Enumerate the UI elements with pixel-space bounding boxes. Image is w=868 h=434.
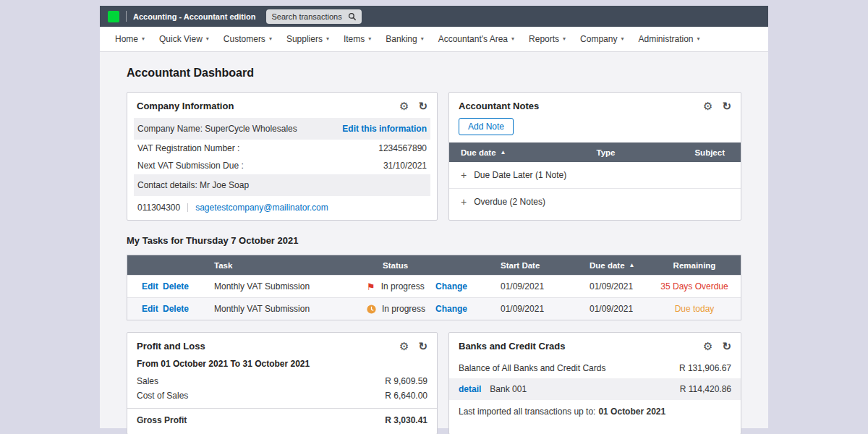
profit-and-loss-card: Profit and Loss ⚙ ↻ From 01 October 2021…	[127, 332, 438, 434]
nav-item-suppliers[interactable]: Suppliers▾	[286, 34, 329, 44]
settings-gear-icon[interactable]: ⚙	[703, 341, 712, 352]
search-input[interactable]	[271, 12, 345, 21]
vat-number-row: VAT Registration Number : 1234567890	[134, 140, 430, 157]
task-edit-link[interactable]: Edit	[127, 281, 161, 292]
pl-value: R 9,609.59	[385, 376, 427, 386]
nav-label: Company	[580, 34, 617, 44]
card-header: Accountant Notes ⚙ ↻	[449, 93, 741, 118]
settings-gear-icon[interactable]: ⚙	[399, 101, 409, 111]
phone-number: 011304300	[137, 203, 180, 213]
notes-group-due-later[interactable]: + Due Date Later (1 Note)	[449, 162, 741, 189]
task-start-date: 01/09/2021	[496, 304, 579, 314]
card-header: Banks and Credit Crads ⚙ ↻	[449, 333, 741, 358]
settings-gear-icon[interactable]: ⚙	[399, 341, 409, 352]
chevron-down-icon: ▾	[142, 36, 145, 42]
notes-header-subject: Subject	[654, 148, 741, 157]
task-delete-link[interactable]: Delete	[161, 281, 208, 292]
task-name: Monthly VAT Submission	[208, 304, 363, 314]
card-header: Company Information ⚙ ↻	[127, 93, 437, 118]
top-bar: Accounting - Accountant edition	[100, 6, 768, 27]
nav-item-quick-view[interactable]: Quick View▾	[159, 34, 209, 44]
task-status: ⚑ In progress	[363, 281, 431, 292]
task-change-status-link[interactable]: Change	[431, 304, 496, 314]
refresh-icon[interactable]: ↻	[418, 341, 427, 352]
nav-item-company[interactable]: Company▾	[580, 34, 624, 44]
nav-label: Reports	[529, 34, 559, 44]
nav-item-banking[interactable]: Banking▾	[386, 34, 423, 44]
expand-plus-icon[interactable]: +	[461, 170, 467, 180]
nav-item-reports[interactable]: Reports▾	[529, 34, 566, 44]
email-link[interactable]: sagetestcompany@mailinator.com	[195, 203, 328, 213]
tasks-table: Task Status Start Date Due date ▲ Remain…	[127, 255, 741, 320]
tasks-sort-due-date[interactable]: Due date ▲	[579, 261, 648, 270]
bottom-cards-row: Profit and Loss ⚙ ↻ From 01 October 2021…	[127, 332, 741, 434]
banks-balance-row: Balance of All Banks and Credit Cards R …	[449, 358, 741, 378]
note-group-label: Due Date Later (1 Note)	[474, 170, 566, 180]
tasks-header-remaining: Remaining	[648, 261, 741, 270]
clock-icon	[367, 305, 376, 314]
phone-email-row: 011304300 sagetestcompany@mailinator.com	[134, 196, 430, 220]
task-name: Monthly VAT Submission	[208, 281, 363, 292]
nav-label: Banking	[386, 34, 417, 44]
notes-group-overdue[interactable]: + Overdue (2 Notes)	[449, 189, 741, 215]
card-icons: ⚙ ↻	[703, 101, 731, 111]
banks-and-credit-cards-card: Banks and Credit Crads ⚙ ↻ Balance of Al…	[448, 332, 741, 434]
tasks-section-title: My Tasks for Thursday 7 October 2021	[127, 235, 741, 246]
refresh-icon[interactable]: ↻	[722, 101, 731, 111]
main-nav: Home▾ Quick View▾ Customers▾ Suppliers▾ …	[100, 27, 768, 52]
search-box[interactable]	[266, 9, 362, 24]
bank-detail-link[interactable]: detail	[459, 384, 481, 394]
sort-asc-icon: ▲	[629, 263, 635, 268]
company-name-row: Company Name: SuperCycle Wholesales Edit…	[134, 118, 430, 140]
nav-item-home[interactable]: Home▾	[115, 34, 145, 44]
topbar-divider	[126, 11, 127, 22]
accountant-notes-title: Accountant Notes	[459, 101, 539, 111]
task-delete-link[interactable]: Delete	[161, 304, 208, 314]
task-row: Edit Delete Monthly VAT Submission In pr…	[127, 297, 741, 320]
pl-row-gross-profit: Gross Profit R 3,030.41	[127, 408, 437, 425]
company-name: Company Name: SuperCycle Wholesales	[137, 124, 297, 134]
refresh-icon[interactable]: ↻	[722, 341, 731, 352]
task-start-date: 01/09/2021	[496, 281, 579, 292]
chevron-down-icon: ▾	[563, 36, 566, 42]
nav-item-administration[interactable]: Administration▾	[638, 34, 699, 44]
vat-number-label: VAT Registration Number :	[137, 143, 239, 153]
note-group-label: Overdue (2 Notes)	[474, 197, 545, 207]
card-icons: ⚙ ↻	[399, 101, 427, 111]
task-due-date: 01/09/2021	[579, 304, 648, 314]
chevron-down-icon: ▾	[326, 36, 329, 42]
add-note-button[interactable]: Add Note	[459, 118, 514, 135]
nav-item-customers[interactable]: Customers▾	[224, 34, 272, 44]
task-edit-link[interactable]: Edit	[127, 304, 161, 314]
task-due-date: 01/09/2021	[579, 281, 648, 292]
profit-and-loss-body: From 01 October 2021 To 31 October 2021 …	[127, 358, 437, 434]
tasks-header-due-date: Due date	[590, 261, 625, 270]
edit-company-info-link[interactable]: Edit this information	[342, 124, 427, 134]
page-title: Accountant Dashboard	[127, 67, 741, 80]
refresh-icon[interactable]: ↻	[418, 101, 427, 111]
chevron-down-icon: ▾	[697, 36, 700, 42]
pl-total-value: R 3,030.41	[385, 415, 427, 425]
dashboard-content: Accountant Dashboard Company Information…	[100, 52, 768, 434]
nav-item-accountants-area[interactable]: Accountant's Area▾	[438, 34, 514, 44]
next-vat-value: 31/10/2021	[383, 161, 427, 171]
divider	[187, 203, 188, 212]
pl-value: R 6,640.00	[385, 391, 427, 401]
card-header: Profit and Loss ⚙ ↻	[127, 333, 437, 358]
banks-balance-label: Balance of All Banks and Credit Cards	[459, 363, 605, 373]
app-title: Accounting - Accountant edition	[133, 12, 255, 21]
search-icon[interactable]	[348, 12, 357, 21]
app-logo	[108, 11, 119, 22]
expand-plus-icon[interactable]: +	[461, 197, 467, 207]
app-window: Accounting - Accountant edition Home▾ Qu…	[100, 6, 768, 428]
flag-icon: ⚑	[367, 282, 375, 292]
task-status-label: In progress	[382, 304, 425, 314]
task-change-status-link[interactable]: Change	[431, 281, 496, 292]
next-vat-row: Next VAT Submission Due : 31/10/2021	[134, 157, 430, 174]
settings-gear-icon[interactable]: ⚙	[703, 101, 712, 111]
pl-row-cost-of-sales: Cost of Sales R 6,640.00	[137, 388, 427, 403]
bank-account-row: detail Bank 001 R 114,420.86	[449, 378, 741, 400]
notes-sort-due-date[interactable]: Due date ▲	[449, 148, 558, 157]
nav-item-items[interactable]: Items▾	[344, 34, 371, 44]
nav-label: Items	[344, 34, 365, 44]
